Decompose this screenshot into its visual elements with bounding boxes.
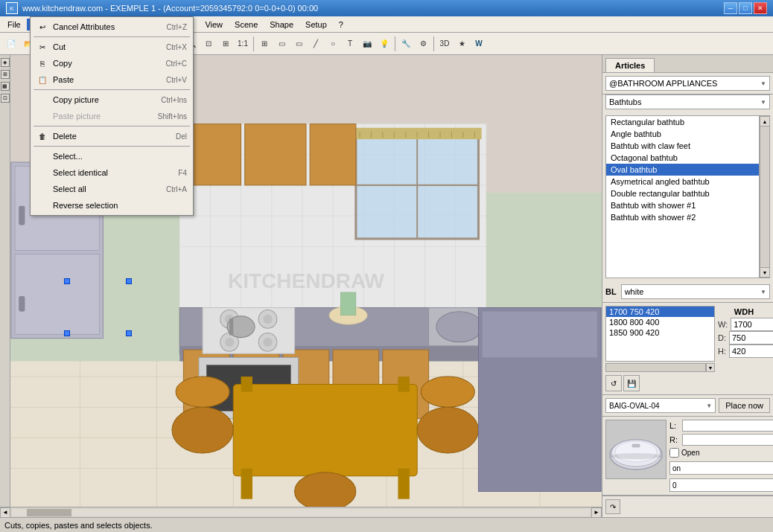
hscroll-left[interactable]: ◄ xyxy=(0,507,10,518)
dim-item-1[interactable]: 1700 750 420 xyxy=(606,307,714,317)
grid-button[interactable]: ⊞ xyxy=(256,36,273,52)
maximize-button[interactable]: □ xyxy=(739,2,752,14)
category-dropdown[interactable]: @BATHROOM APPLIANCES ▼ xyxy=(605,76,770,91)
menu-file[interactable]: File xyxy=(1,19,27,31)
dim-save-btn[interactable]: 💾 xyxy=(623,375,640,391)
article-item-2[interactable]: Angle bathtub xyxy=(606,128,759,140)
ctx-select-all[interactable]: Select all Ctrl+A xyxy=(31,181,193,197)
word-button[interactable]: W xyxy=(471,36,487,52)
dim-apply-btn[interactable]: ↺ xyxy=(605,375,622,391)
new-button[interactable]: 📄 xyxy=(3,36,19,52)
zoom-fit-button[interactable]: ⊡ xyxy=(200,36,217,52)
ctx-cancel-attributes[interactable]: ↩ Cancel Attributes Ctrl+Z xyxy=(31,19,193,35)
status-bar: Cuts, copies, pastes and selects objects… xyxy=(0,517,773,532)
menu-scene[interactable]: Scene xyxy=(229,19,264,31)
ctx-paste-picture[interactable]: Paste picture Shift+Ins xyxy=(31,108,193,124)
ctx-reverse-selection[interactable]: Reverse selection xyxy=(31,197,193,214)
dim-item-3[interactable]: 1850 900 420 xyxy=(606,327,714,338)
article-item-1[interactable]: Rectangular bathtub xyxy=(606,116,759,128)
line-button[interactable]: ╱ xyxy=(308,36,324,52)
open-checkbox[interactable] xyxy=(669,448,679,458)
preview-dropdown-1[interactable]: on ▼ xyxy=(669,461,773,475)
left-tool-1[interactable]: ◈ xyxy=(1,58,10,67)
place-now-button[interactable]: Place now xyxy=(719,398,770,413)
ctx-cut-shortcut: Ctrl+X xyxy=(166,43,187,51)
rect2-button[interactable]: ▭ xyxy=(290,36,307,52)
article-item-8[interactable]: Bathtub with shower #1 xyxy=(606,199,759,211)
article-item-4[interactable]: Octagonal bathtub xyxy=(606,152,759,164)
article-item-5[interactable]: Oval bathtub xyxy=(606,164,759,176)
action-btn-1[interactable]: ↷ xyxy=(605,499,620,514)
article-list-vscroll[interactable]: ▲ ▼ xyxy=(760,115,770,278)
text-button[interactable]: T xyxy=(342,36,358,52)
ctx-delete[interactable]: 🗑 Delete Del xyxy=(31,128,193,144)
preview-r-input[interactable] xyxy=(682,434,773,446)
preview-l-input[interactable] xyxy=(682,420,773,432)
tools-button[interactable]: 🔧 xyxy=(398,36,414,52)
ctx-copy[interactable]: ⎘ Copy Ctrl+C xyxy=(31,55,193,71)
close-button[interactable]: ✕ xyxy=(754,2,767,14)
hscroll-track[interactable] xyxy=(12,509,590,516)
ctx-paste-picture-shortcut: Shift+Ins xyxy=(158,112,187,121)
reverse-selection-icon xyxy=(36,199,48,211)
hscroll-thumb[interactable] xyxy=(27,509,71,516)
preview-area: L: R: Open on ▼ 0 ▼ xyxy=(602,417,773,496)
svg-rect-99 xyxy=(632,444,640,447)
left-tool-2[interactable]: ⊞ xyxy=(1,70,10,79)
zoom-100-button[interactable]: 1:1 xyxy=(235,36,251,52)
ctx-copy-label: Copy xyxy=(53,59,161,68)
minimize-button[interactable]: ─ xyxy=(724,2,737,14)
window-controls: ─ □ ✕ xyxy=(724,2,767,14)
dim-d-label: D: xyxy=(718,333,726,342)
ctx-reverse-selection-label: Reverse selection xyxy=(53,201,187,210)
ctx-select-identical[interactable]: Select identical F4 xyxy=(31,164,193,181)
article-item-3[interactable]: Bathtub with claw feet xyxy=(606,140,759,152)
dim-hscroll[interactable] xyxy=(605,363,706,372)
rect-button[interactable]: ▭ xyxy=(273,36,290,52)
dim-h-input[interactable] xyxy=(729,344,773,358)
menu-view[interactable]: View xyxy=(199,19,229,31)
dim-list[interactable]: 1700 750 420 1800 800 400 1850 900 420 xyxy=(605,306,715,362)
ctx-cut-label: Cut xyxy=(53,42,162,51)
zoom-select-button[interactable]: ⊞ xyxy=(217,36,234,52)
light-button[interactable]: 💡 xyxy=(376,36,392,52)
canvas-hscroll[interactable]: ◄ ► xyxy=(0,507,602,517)
preview-dropdown-2[interactable]: 0 ▼ xyxy=(669,478,773,492)
ctx-cut[interactable]: ✂ Cut Ctrl+X xyxy=(31,39,193,55)
svg-rect-89 xyxy=(229,318,233,336)
tab-articles[interactable]: Articles xyxy=(605,58,655,72)
article-code-dropdown[interactable]: BAIG-OVAL-04 ▼ xyxy=(605,398,716,413)
ctx-copy-shortcut: Ctrl+C xyxy=(165,60,187,68)
color-dropdown[interactable]: white ▼ xyxy=(621,284,770,299)
dim-d-input[interactable] xyxy=(729,331,773,344)
dim-w-input[interactable] xyxy=(731,318,773,331)
menu-setup[interactable]: Setup xyxy=(299,19,333,31)
svg-point-98 xyxy=(610,453,662,459)
vscroll-down[interactable]: ▼ xyxy=(760,267,770,278)
render-button[interactable]: ★ xyxy=(454,36,470,52)
view3d-button[interactable]: 3D xyxy=(436,36,453,52)
circle-button[interactable]: ○ xyxy=(325,36,341,52)
menu-shape[interactable]: Shape xyxy=(264,19,299,31)
menu-help[interactable]: ? xyxy=(333,19,349,31)
left-tool-3[interactable]: ▦ xyxy=(1,82,10,91)
article-list[interactable]: Rectangular bathtub Angle bathtub Bathtu… xyxy=(605,115,760,278)
bathtub-preview-svg xyxy=(606,423,666,475)
dim-item-2[interactable]: 1800 800 400 xyxy=(606,317,714,327)
ctx-select[interactable]: Select... xyxy=(31,148,193,164)
subcategory-dropdown[interactable]: Bathtubs ▼ xyxy=(605,94,770,109)
vscroll-up[interactable]: ▲ xyxy=(760,116,770,126)
article-item-9[interactable]: Bathtub with shower #2 xyxy=(606,211,759,223)
camera-button[interactable]: 📷 xyxy=(359,36,375,52)
dim-scroll-btn[interactable]: ▼ xyxy=(706,363,715,372)
article-item-7[interactable]: Double rectangular bathtub xyxy=(606,188,759,199)
ctx-paste[interactable]: 📋 Paste Ctrl+V xyxy=(31,71,193,88)
svg-rect-82 xyxy=(398,376,409,392)
hscroll-right[interactable]: ► xyxy=(591,507,602,518)
left-tool-4[interactable]: ⊡ xyxy=(1,94,10,103)
ctx-copy-picture[interactable]: Copy picture Ctrl+Ins xyxy=(31,92,193,108)
vscroll-track[interactable] xyxy=(760,126,770,267)
article-item-6[interactable]: Asymetrical angled bathtub xyxy=(606,176,759,188)
settings-button[interactable]: ⚙ xyxy=(415,36,431,52)
ctx-copy-picture-shortcut: Ctrl+Ins xyxy=(161,96,187,104)
